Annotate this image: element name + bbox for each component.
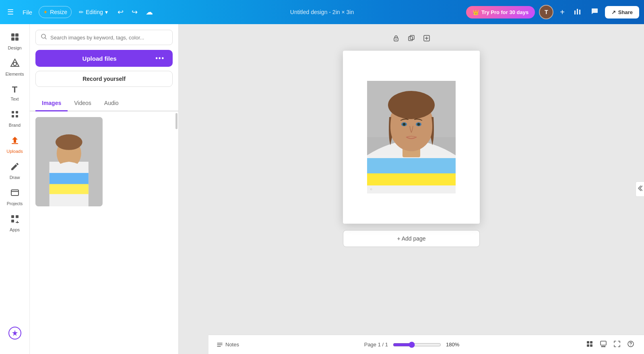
sidebar-item-apps[interactable]: Apps (2, 211, 28, 235)
svg-rect-15 (11, 215, 14, 218)
sidebar-item-projects[interactable]: Projects (2, 185, 28, 209)
lock-tool-button[interactable] (390, 32, 402, 46)
undo-button[interactable]: ↩ (115, 5, 126, 19)
svg-rect-47 (587, 341, 589, 344)
svg-rect-37 (367, 158, 456, 174)
crown-icon: 👑 (473, 9, 479, 15)
svg-point-27 (56, 134, 83, 150)
media-tabs: Images Videos Audio (30, 96, 178, 111)
share-button[interactable]: ↗ Share (605, 6, 639, 19)
tab-images[interactable]: Images (35, 96, 68, 111)
grid-view-button[interactable] (584, 339, 595, 351)
analytics-button[interactable] (571, 5, 584, 20)
design-canvas[interactable]: © (343, 51, 480, 224)
duplicate-tool-button[interactable] (405, 32, 417, 46)
redo-button[interactable]: ↪ (129, 5, 140, 19)
svg-rect-1 (577, 9, 578, 14)
zoom-slider[interactable] (393, 342, 441, 348)
svg-rect-2 (579, 10, 580, 14)
svg-rect-52 (601, 346, 603, 347)
svg-rect-9 (12, 111, 14, 113)
add-tool-button[interactable] (421, 32, 433, 46)
pencil-icon: ✏ (79, 9, 84, 15)
bottom-right-controls (584, 339, 636, 351)
svg-rect-25 (50, 184, 89, 194)
fullscreen-button[interactable] (612, 339, 622, 351)
upload-files-button[interactable]: Upload files ••• (35, 50, 173, 67)
thumbnail-view-button[interactable] (598, 339, 609, 351)
right-panel-collapse[interactable] (636, 181, 644, 197)
projects-icon (10, 188, 20, 200)
svg-rect-16 (16, 215, 19, 218)
search-icon (41, 33, 47, 41)
scroll-indicator (175, 113, 178, 129)
uploads-panel: Upload files ••• Record yourself Images … (30, 24, 179, 354)
svg-rect-32 (410, 35, 414, 39)
topbar-left: ☰ File ✦ Resize ✏ Editing ▾ ↩ ↪ ☁ (5, 5, 155, 19)
svg-rect-11 (12, 115, 14, 117)
svg-rect-54 (604, 346, 605, 347)
editing-button[interactable]: ✏ Editing ▾ (75, 6, 112, 18)
sidebar-item-design[interactable]: Design (2, 29, 28, 54)
design-label: Design (8, 45, 21, 50)
brand-icon (10, 109, 20, 121)
svg-rect-0 (574, 10, 576, 14)
sidebar-item-elements[interactable]: Elements (2, 55, 28, 80)
sidebar-item-draw[interactable]: Draw (2, 158, 28, 183)
add-collaborator-button[interactable]: + (557, 5, 567, 19)
sidebar-item-brand[interactable]: Brand (2, 106, 28, 131)
chevron-down-icon: ▾ (105, 9, 108, 15)
svg-rect-6 (15, 37, 19, 41)
hamburger-button[interactable]: ☰ (5, 5, 16, 19)
uploads-icon (10, 136, 20, 147)
uploads-label: Uploads (6, 149, 23, 154)
try-pro-button[interactable]: 👑 Try Pro for 30 days (466, 6, 535, 19)
text-label: Text (10, 97, 19, 101)
help-button[interactable] (625, 339, 636, 351)
svg-rect-10 (16, 111, 18, 113)
svg-point-44 (403, 123, 406, 126)
apps-icon (10, 214, 20, 226)
list-item[interactable] (35, 117, 103, 206)
share-icon: ↗ (611, 9, 616, 15)
svg-rect-51 (601, 341, 606, 345)
image-grid (35, 117, 173, 206)
user-avatar[interactable]: T (539, 5, 553, 19)
main-body: Design Elements T Text (0, 24, 644, 354)
resize-icon: ✦ (43, 9, 48, 15)
sidebar-item-uploads[interactable]: Uploads (2, 132, 28, 157)
elements-icon (10, 58, 20, 70)
svg-rect-19 (16, 222, 19, 223)
canvas-area: © + Add page Notes Page 1 / 1 (179, 24, 644, 354)
panel-content (30, 111, 178, 354)
notes-button[interactable]: Notes (217, 342, 239, 348)
svg-text:©: © (370, 188, 372, 191)
svg-rect-53 (603, 346, 604, 347)
resize-button[interactable]: ✦ Resize (39, 6, 72, 18)
search-input[interactable] (50, 35, 167, 41)
panel-header: Upload files ••• Record yourself (30, 24, 178, 96)
sidebar-item-text[interactable]: T Text (2, 81, 28, 105)
zoom-percent: 180% (446, 342, 459, 348)
magic-button[interactable] (2, 323, 28, 344)
bottom-bar: Notes Page 1 / 1 180% (208, 335, 644, 354)
comments-button[interactable] (588, 5, 601, 20)
page-info: Page 1 / 1 (364, 342, 388, 348)
svg-rect-12 (16, 115, 18, 117)
icon-sidebar: Design Elements T Text (0, 24, 30, 354)
elements-label: Elements (6, 72, 24, 76)
record-yourself-button[interactable]: Record yourself (35, 71, 173, 87)
text-icon: T (12, 84, 17, 95)
file-button[interactable]: File (19, 6, 35, 18)
svg-rect-3 (11, 33, 14, 37)
svg-rect-38 (367, 173, 456, 185)
svg-rect-31 (409, 37, 413, 41)
add-page-button[interactable]: + Add page (343, 230, 480, 247)
cloud-save-button[interactable]: ☁ (143, 5, 155, 19)
tab-audio[interactable]: Audio (98, 96, 125, 111)
svg-point-45 (417, 123, 420, 126)
svg-point-41 (388, 91, 435, 119)
svg-rect-50 (590, 344, 592, 347)
tab-videos[interactable]: Videos (68, 96, 98, 111)
search-bar[interactable] (35, 30, 173, 45)
